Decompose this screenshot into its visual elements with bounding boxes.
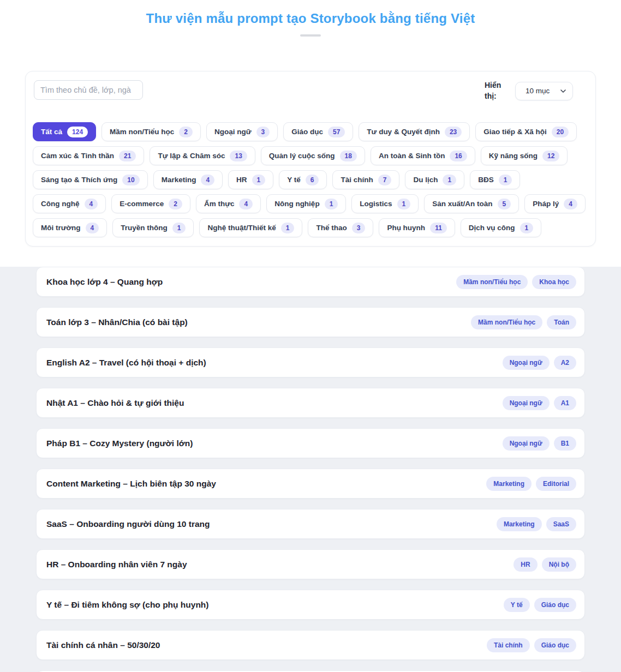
list-item[interactable]: English A2 – Travel (có hội thoại + dịch… bbox=[36, 347, 585, 377]
filter-chip[interactable]: Marketing 4 bbox=[153, 170, 223, 189]
filter-chip-label: Tài chính bbox=[341, 176, 373, 184]
list-item-title: SaaS – Onboarding người dùng 10 trang bbox=[46, 519, 210, 529]
filter-chip[interactable]: Kỹ năng sống 12 bbox=[481, 146, 568, 165]
list-item-tags: Mầm non/Tiểu họcToán bbox=[471, 315, 576, 329]
filter-chip-count-badge: 2 bbox=[169, 199, 182, 209]
panel-toolbar: Hiển thị: 10 mục bbox=[33, 80, 588, 101]
filter-chip-label: Tất cả bbox=[41, 128, 62, 136]
filter-chip-label: HR bbox=[236, 176, 247, 184]
search-input[interactable] bbox=[34, 80, 143, 100]
filter-chip-label: Logistics bbox=[360, 200, 392, 208]
filter-chip-count-badge: 1 bbox=[520, 223, 534, 233]
filter-chip[interactable]: HR 1 bbox=[228, 170, 273, 189]
filter-chip-label: Nghệ thuật/Thiết kế bbox=[207, 224, 276, 232]
list-item-tags: Tài chínhGiáo dục bbox=[487, 638, 576, 652]
filter-chip[interactable]: Sản xuất/An toàn 5 bbox=[424, 194, 519, 213]
filter-chip-label: Kỹ năng sống bbox=[489, 152, 538, 160]
filter-chip-label: E-commerce bbox=[120, 200, 164, 208]
list-item[interactable]: Pháp B1 – Cozy Mystery (người lớn) Ngoại… bbox=[36, 428, 585, 458]
filter-chip-count-badge: 1 bbox=[281, 223, 295, 233]
list-item[interactable]: Nhật A1 – Chào hỏi & tự giới thiệu Ngoại… bbox=[36, 388, 585, 418]
chevron-down-icon bbox=[560, 88, 566, 94]
filter-chip[interactable]: Ẩm thực 4 bbox=[196, 194, 261, 213]
tag-pill: Giáo dục bbox=[534, 638, 576, 652]
filter-chip[interactable]: Logistics 1 bbox=[351, 194, 419, 213]
list-item[interactable]: HR – Onboarding nhân viên 7 ngày HRNội b… bbox=[36, 549, 585, 579]
filter-chips: Tất cả 124 Mầm non/Tiểu học 2 Ngoại ngữ … bbox=[33, 122, 588, 237]
filter-chip-count-badge: 13 bbox=[230, 151, 247, 161]
filter-chip-count-badge: 3 bbox=[352, 223, 366, 233]
filter-chip-label: Cảm xúc & Tinh thần bbox=[41, 152, 114, 160]
filter-chip-count-badge: 57 bbox=[328, 127, 345, 137]
tag-pill: Marketing bbox=[486, 477, 532, 491]
filter-chip[interactable]: Phụ huynh 11 bbox=[379, 218, 455, 237]
filter-chip[interactable]: BĐS 1 bbox=[470, 170, 520, 189]
list-item-title: Y tế – Đi tiêm không sợ (cho phụ huynh) bbox=[46, 600, 209, 610]
filter-chip-label: Sáng tạo & Thích ứng bbox=[41, 176, 117, 184]
list-item[interactable]: Y tế – Đi tiêm không sợ (cho phụ huynh) … bbox=[36, 590, 585, 620]
title-divider bbox=[300, 34, 321, 37]
filter-chip-count-badge: 18 bbox=[340, 151, 357, 161]
tag-pill: Giáo dục bbox=[534, 598, 576, 612]
page-size-select[interactable]: 10 mục bbox=[515, 82, 573, 100]
filter-chip[interactable]: Quản lý cuộc sống 18 bbox=[261, 146, 365, 165]
tag-pill: Editorial bbox=[536, 477, 576, 491]
filter-chip-count-badge: 4 bbox=[239, 199, 253, 209]
list-item[interactable]: Content Marketing – Lịch biên tập 30 ngà… bbox=[36, 469, 585, 499]
filter-chip[interactable]: Sáng tạo & Thích ứng 10 bbox=[33, 170, 148, 189]
filter-chip-count-badge: 4 bbox=[85, 199, 98, 209]
tag-pill: SaaS bbox=[546, 517, 576, 531]
filter-chip-count-badge: 4 bbox=[86, 223, 99, 233]
filter-chip[interactable]: Giao tiếp & Xã hội 20 bbox=[475, 122, 577, 141]
filter-chip-label: Ngoại ngữ bbox=[214, 128, 252, 136]
filter-chip[interactable]: Tất cả 124 bbox=[33, 122, 96, 141]
filter-panel: Hiển thị: 10 mục Tất cả 124 Mầm non/Tiểu… bbox=[25, 71, 596, 247]
filter-chip-label: Giáo dục bbox=[291, 128, 323, 136]
filter-chip[interactable]: Nông nghiệp 1 bbox=[266, 194, 346, 213]
tag-pill: Ngoại ngữ bbox=[503, 396, 550, 410]
filter-chip[interactable]: Cảm xúc & Tinh thần 21 bbox=[33, 146, 144, 165]
filter-chip-count-badge: 5 bbox=[498, 199, 511, 209]
filter-chip-count-badge: 23 bbox=[445, 127, 462, 137]
list-item-title: HR – Onboarding nhân viên 7 ngày bbox=[46, 560, 187, 569]
filter-chip-count-badge: 1 bbox=[397, 199, 411, 209]
filter-chip[interactable]: Tài chính 7 bbox=[332, 170, 399, 189]
list-item-tags: Y tếGiáo dục bbox=[504, 598, 576, 612]
filter-chip[interactable]: Pháp lý 4 bbox=[524, 194, 586, 213]
filter-chip[interactable]: Nghệ thuật/Thiết kế 1 bbox=[199, 218, 302, 237]
filter-chip[interactable]: Tư duy & Quyết định 23 bbox=[359, 122, 470, 141]
tag-pill: B1 bbox=[554, 436, 576, 451]
filter-chip[interactable]: Truyền thông 1 bbox=[112, 218, 194, 237]
filter-chip[interactable]: Môi trường 4 bbox=[33, 218, 107, 237]
filter-chip[interactable]: Ngoại ngữ 3 bbox=[206, 122, 278, 141]
filter-chip[interactable]: Thể thao 3 bbox=[308, 218, 373, 237]
list-item[interactable]: Khoa học lớp 4 – Quang hợp Mầm non/Tiểu … bbox=[36, 267, 585, 297]
list-item[interactable]: Tài chính cá nhân – 50/30/20 Tài chínhGi… bbox=[36, 630, 585, 660]
list-item[interactable]: Toán lớp 3 – Nhân/Chia (có bài tập) Mầm … bbox=[36, 307, 585, 337]
tag-pill: Tài chính bbox=[487, 638, 530, 652]
filter-chip[interactable]: Dịch vụ công 1 bbox=[461, 218, 541, 237]
filter-chip-count-badge: 1 bbox=[325, 199, 338, 209]
filter-chip[interactable]: An toàn & Sinh tồn 16 bbox=[371, 146, 475, 165]
filter-chip-label: Quản lý cuộc sống bbox=[269, 152, 335, 160]
tag-pill: Y tế bbox=[504, 598, 530, 612]
list-item[interactable]: SaaS – Onboarding người dùng 10 trang Ma… bbox=[36, 509, 585, 539]
filter-chip[interactable]: Mầm non/Tiểu học 2 bbox=[101, 122, 201, 141]
filter-chip-count-badge: 16 bbox=[450, 151, 467, 161]
filter-chip[interactable]: Công nghệ 4 bbox=[33, 194, 106, 213]
filter-chip[interactable]: Tự lập & Chăm sóc 13 bbox=[150, 146, 255, 165]
list-item-title: Pháp B1 – Cozy Mystery (người lớn) bbox=[46, 439, 193, 448]
filter-chip[interactable]: E-commerce 2 bbox=[111, 194, 190, 213]
filter-chip-label: An toàn & Sinh tồn bbox=[379, 152, 445, 160]
tag-pill: A2 bbox=[554, 356, 576, 370]
tag-pill: Khoa học bbox=[532, 275, 576, 289]
filter-chip-count-badge: 1 bbox=[443, 175, 456, 185]
filter-chip[interactable]: Y tế 6 bbox=[279, 170, 327, 189]
tag-pill: Marketing bbox=[497, 517, 542, 531]
filter-chip-label: Sản xuất/An toàn bbox=[432, 200, 492, 208]
page-title: Thư viện mẫu prompt tạo Storybook bằng t… bbox=[0, 11, 621, 26]
filter-chip[interactable]: Giáo dục 57 bbox=[283, 122, 353, 141]
list-item-title: Nhật A1 – Chào hỏi & tự giới thiệu bbox=[46, 398, 184, 408]
list-item-tags: HRNội bộ bbox=[513, 557, 576, 572]
filter-chip[interactable]: Du lịch 1 bbox=[405, 170, 464, 189]
